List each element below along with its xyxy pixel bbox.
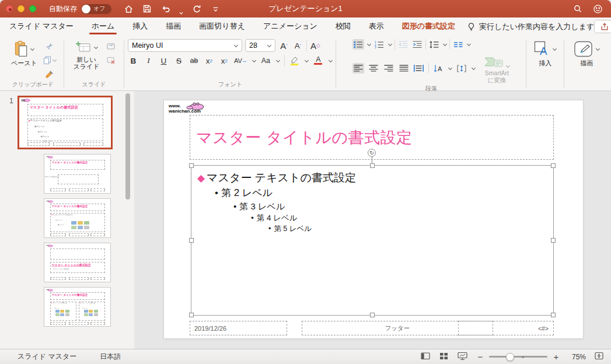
handle-top-right[interactable]: [551, 163, 556, 168]
draw-chevron[interactable]: [596, 46, 600, 50]
tab-view[interactable]: 表示: [368, 18, 385, 36]
undo-menu-chevron[interactable]: [179, 7, 183, 11]
align-text-vertical-button[interactable]: [456, 63, 467, 74]
tab-transitions[interactable]: 画面切り替え: [198, 18, 246, 36]
clear-formatting-button[interactable]: A◇: [310, 40, 321, 51]
bold-button[interactable]: B: [128, 55, 139, 66]
tab-home[interactable]: ホーム: [90, 18, 116, 36]
decrease-indent-button[interactable]: [397, 39, 409, 50]
strikethrough-button[interactable]: ab: [188, 55, 200, 66]
zoom-level[interactable]: 75%: [568, 353, 586, 361]
body-placeholder[interactable]: ◆マスター テキストの書式設定 •第 2 レベル •第 3 レベル •第 4 レ…: [191, 165, 554, 316]
status-language[interactable]: 日本語: [100, 352, 121, 362]
thumbnail-layout-two-content[interactable]: マスター タイトルの書式設定 ◆マスター テキストの書式設定 ・第 2 レベル …: [44, 287, 111, 327]
close-button[interactable]: [6, 5, 13, 12]
text-direction-chevron[interactable]: [448, 65, 452, 69]
new-slide-chevron[interactable]: [94, 44, 98, 48]
character-spacing-button[interactable]: AV↔: [234, 55, 247, 66]
numbering-chevron[interactable]: [388, 41, 392, 46]
autosave-toggle[interactable]: オフ: [81, 4, 111, 14]
highlight-color-chevron[interactable]: [305, 58, 309, 62]
handle-top-left[interactable]: [189, 163, 194, 168]
draw-button[interactable]: 描画: [571, 39, 602, 68]
grow-font-button[interactable]: Aˆ: [278, 40, 289, 51]
line-spacing-chevron[interactable]: [443, 41, 447, 46]
handle-mid-left[interactable]: [189, 238, 194, 243]
rotate-handle[interactable]: ↻: [368, 149, 376, 157]
convert-smartart-button[interactable]: SmartArt に変換: [484, 53, 510, 83]
insert-placeholder-button[interactable]: A 挿入: [532, 39, 558, 68]
handle-bottom-right[interactable]: [551, 313, 556, 317]
align-text-vertical-chevron[interactable]: [472, 65, 476, 69]
shadow-button[interactable]: S: [173, 55, 184, 66]
bullets-chevron[interactable]: [367, 41, 371, 46]
copy-button[interactable]: [43, 55, 57, 65]
tell-me-box[interactable]: 実行したい作業内容を入力します: [467, 22, 594, 32]
font-name-combo[interactable]: Meiryo UI: [128, 39, 242, 52]
tab-animations[interactable]: アニメーション: [262, 18, 319, 36]
subscript-button[interactable]: x2: [219, 55, 230, 66]
copy-menu-chevron[interactable]: [53, 57, 57, 61]
fit-slide-to-window-button[interactable]: [594, 351, 604, 362]
cut-button[interactable]: ✂: [41, 37, 58, 55]
thumbnail-layout-title[interactable]: マスター タイトルの書式設定 マスター テキストの書式設定: [44, 154, 111, 194]
undo-button[interactable]: [160, 4, 171, 14]
slideshow-view-button[interactable]: [457, 351, 468, 362]
save-icon[interactable]: [142, 4, 152, 14]
line-spacing-button[interactable]: [428, 39, 440, 50]
handle-top-center[interactable]: [370, 163, 375, 168]
redo-icon[interactable]: [191, 4, 202, 14]
change-case-chevron[interactable]: [276, 58, 280, 62]
font-size-combo[interactable]: 28: [245, 39, 275, 52]
zoom-slider[interactable]: [489, 356, 547, 358]
font-color-chevron[interactable]: [329, 58, 333, 62]
normal-view-button[interactable]: [420, 351, 431, 362]
increase-indent-button[interactable]: [411, 39, 423, 50]
tab-review[interactable]: 校閲: [334, 18, 352, 36]
thumbnail-layout-section-header[interactable]: マスター タイトルの書式設定 マスター テキストの書式設定: [44, 243, 111, 282]
underline-button[interactable]: U: [158, 55, 169, 66]
slide-number-placeholder[interactable]: <#>: [458, 321, 554, 335]
paste-menu-chevron[interactable]: [30, 46, 34, 50]
bullets-button[interactable]: [352, 39, 364, 50]
highlight-color-button[interactable]: [289, 55, 300, 66]
minimize-button[interactable]: [18, 5, 25, 12]
handle-bottom-left[interactable]: [189, 313, 194, 317]
paste-button[interactable]: ペースト: [9, 39, 39, 68]
customize-toolbar-icon[interactable]: [210, 4, 221, 14]
thumbnail-layout-content[interactable]: マスター タイトルの書式設定 ◆マスター テキストの書式設定 ・第 2 レベル …: [44, 198, 111, 238]
text-direction-button[interactable]: A: [432, 63, 444, 74]
delete-slide-button[interactable]: [105, 55, 117, 65]
numbering-button[interactable]: 123: [373, 39, 385, 50]
tab-shape-format[interactable]: 図形の書式設定: [401, 18, 456, 36]
share-button[interactable]: 共有: [594, 20, 611, 33]
italic-button[interactable]: I: [143, 55, 154, 66]
zoom-in-button[interactable]: +: [552, 352, 560, 362]
columns-chevron[interactable]: [467, 41, 471, 46]
tab-insert[interactable]: 挿入: [131, 18, 149, 36]
home-icon[interactable]: [123, 4, 134, 14]
zoom-slider-thumb[interactable]: [506, 353, 514, 361]
search-icon[interactable]: [572, 4, 583, 14]
date-placeholder[interactable]: 2019/12/26: [190, 321, 287, 335]
character-spacing-chevron[interactable]: [252, 58, 256, 62]
slide-sorter-view-button[interactable]: [439, 351, 449, 362]
zoom-window-button[interactable]: [29, 5, 36, 12]
zoom-out-button[interactable]: −: [476, 352, 484, 362]
reuse-slides-button[interactable]: [105, 41, 117, 51]
align-left-button[interactable]: [352, 63, 364, 74]
insert-chevron[interactable]: [553, 46, 557, 50]
columns-button[interactable]: [452, 39, 464, 50]
change-case-button[interactable]: Aa: [260, 55, 271, 66]
align-center-button[interactable]: [368, 63, 379, 74]
align-right-button[interactable]: [383, 63, 394, 74]
tab-slide-master[interactable]: スライド マスター: [8, 18, 75, 36]
shrink-font-button[interactable]: Aˇ: [292, 40, 303, 51]
thumbnail-slide-master[interactable]: マスター タイトルの書式設定 ◆マスター テキストの書式設定 ・第 2 レベル …: [18, 96, 113, 149]
distribute-text-button[interactable]: [413, 63, 425, 74]
font-color-button[interactable]: A: [313, 55, 324, 66]
feedback-smiley-icon[interactable]: [592, 4, 603, 14]
justify-button[interactable]: [398, 63, 410, 74]
handle-bottom-center[interactable]: [370, 313, 375, 317]
handle-mid-right[interactable]: [551, 238, 556, 243]
